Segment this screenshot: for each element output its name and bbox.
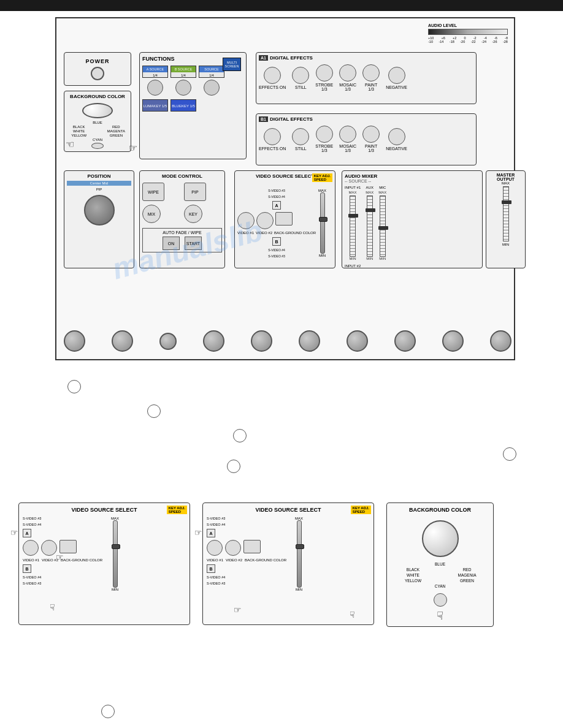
am-input1-slider[interactable] — [350, 195, 356, 257]
am-input1-col: INPUT #1 MAX MIN INPUT #2 — [345, 186, 361, 269]
mo-handle[interactable] — [502, 200, 511, 204]
mode-pip-btn[interactable]: PIP — [184, 183, 206, 201]
functions-csource-btn[interactable]: SOURCE 1/4 — [199, 66, 224, 78]
vss-ll-slider-handle[interactable] — [112, 544, 120, 549]
functions-csource-round[interactable] — [204, 80, 220, 96]
am-aux-handle[interactable] — [366, 208, 375, 212]
de-top-still-btn[interactable] — [292, 67, 309, 84]
de-bot-still-btn[interactable] — [292, 128, 309, 145]
vss-ll-bgcolor-btn[interactable] — [59, 540, 77, 553]
am-aux-col: AUX MAX MIN — [366, 186, 373, 262]
de-bot-paint-label: PAINT1/3 — [365, 144, 377, 153]
csource-top: SOURCE — [199, 66, 224, 72]
de-bot-paint-btn[interactable] — [362, 126, 380, 143]
vss-ll-slider[interactable] — [113, 520, 118, 588]
de-top-strobe-btn[interactable] — [316, 64, 333, 82]
mode-mix-btn[interactable]: MIX — [142, 205, 161, 223]
blue-key-btn[interactable]: BLUEKEY 1/5 — [170, 99, 196, 112]
vss-btns-col: VIDEO #1 VIDEO #2 BACK-GROUND COLOR — [237, 212, 316, 235]
de-bot-effects-on-btn[interactable] — [264, 128, 281, 145]
bg-color-dial[interactable] — [82, 103, 113, 118]
vss-bgcolor-btn[interactable] — [275, 212, 293, 226]
vss-lm-sv4top: S-VIDEO #4 — [207, 523, 286, 526]
vss-ll-sv4bot: S-VIDEO #4 — [23, 575, 102, 579]
vss-lm-min: MIN — [296, 588, 302, 591]
top-bar — [0, 0, 563, 11]
de-top-effects-on-btn[interactable] — [264, 67, 281, 84]
bsource-top: B SOURCE — [171, 66, 196, 72]
vss-lm-slider-handle[interactable] — [296, 544, 304, 549]
bg-panel-select-btn[interactable] — [434, 593, 447, 607]
multi-screen-button[interactable]: MULTI SCREEN — [223, 58, 241, 71]
knob-6[interactable] — [299, 330, 320, 352]
vss-lm-video2-btn[interactable] — [225, 540, 241, 556]
de-top-mosaic-label: MOSAIC1/3 — [339, 83, 356, 91]
vss-b-marker: B — [272, 237, 281, 246]
de-top-negative-btn[interactable] — [388, 67, 405, 84]
de-bot-mosaic-btn[interactable] — [339, 126, 356, 143]
vss-lm-slider-col: MAX MIN — [295, 517, 303, 591]
vss-ll-video2-btn[interactable] — [41, 540, 57, 556]
vss-slider-handle[interactable] — [319, 217, 327, 222]
auto-fade-start-btn[interactable]: START — [185, 237, 202, 250]
functions-asource-btn[interactable]: A SOURCE 1/4 — [142, 66, 168, 78]
auto-fade-on-btn[interactable]: ON — [163, 237, 180, 250]
knob-8[interactable] — [394, 330, 416, 352]
de-top-paint-btn[interactable] — [362, 64, 380, 82]
mode-key-btn[interactable]: KEY — [184, 205, 202, 223]
am-aux-min: MIN — [366, 257, 373, 260]
knob-9[interactable] — [442, 330, 464, 352]
hand-lm-1-icon: ☞ — [194, 528, 202, 537]
de-top-still-label: STILL — [295, 85, 307, 89]
bg-panel-dial[interactable] — [422, 520, 459, 557]
knob-4[interactable] — [203, 330, 224, 352]
vss-lm-bgcolor-btn[interactable] — [243, 540, 261, 553]
functions-bsource-round[interactable] — [175, 80, 191, 96]
vss-video2-btn[interactable] — [256, 212, 274, 229]
de-bot-strobe-btn[interactable] — [316, 126, 333, 143]
am-mic-handle[interactable] — [378, 226, 388, 230]
audio-level-bar — [428, 29, 508, 35]
luma-key-btn[interactable]: LUMAKEY 1/5 — [142, 99, 168, 112]
audio-source-label: -- SOURCE -- — [345, 179, 480, 183]
hand-bg-icon: ☟ — [437, 609, 443, 623]
position-joystick[interactable] — [84, 195, 115, 226]
bg-select-button[interactable] — [91, 143, 104, 149]
am-mic-col: MIC MAX MIN — [378, 186, 386, 262]
de-bot-negative-btn[interactable] — [388, 128, 405, 145]
am-aux-slider[interactable] — [367, 195, 373, 257]
vss-lm-slider[interactable] — [297, 520, 302, 588]
vss-lm-b-marker: B — [207, 564, 215, 573]
knob-2[interactable] — [112, 330, 133, 352]
power-button[interactable] — [91, 67, 104, 80]
functions-asource-round[interactable] — [147, 80, 163, 96]
vss-ll-video1-btn[interactable] — [23, 540, 39, 556]
vss-lm-video1-btn[interactable] — [207, 540, 223, 556]
position-label: POSITION — [67, 173, 131, 179]
vss-btn-row1 — [237, 212, 316, 229]
vss-video1-btn[interactable] — [237, 212, 255, 229]
am-cols: INPUT #1 MAX MIN INPUT #2 AUX MAX MIN MI… — [345, 186, 480, 269]
functions-csource-group: SOURCE 1/4 — [199, 66, 224, 96]
de-top-mosaic-btn[interactable] — [339, 64, 356, 82]
mode-wipe-btn[interactable]: WIPE — [142, 183, 164, 201]
am-input1-handle[interactable] — [348, 214, 358, 218]
hand-pointer-icon: ☜ — [66, 138, 74, 150]
vss-lower-left-panel: VIDEO SOURCE SELECT KEY ADJ. SPEED S-VID… — [18, 502, 190, 625]
knob-10[interactable] — [490, 330, 511, 352]
knob-7[interactable] — [347, 330, 368, 352]
am-aux-label: AUX — [366, 186, 373, 189]
knob-3[interactable] — [159, 333, 177, 350]
de-top-negative-label: NEGATIVE — [386, 85, 407, 89]
knob-5[interactable] — [251, 330, 272, 352]
am-mic-label: MIC — [379, 186, 386, 189]
vss-svideo3-bot-label: S-VIDEO #3 — [268, 254, 285, 258]
am-input2-label: INPUT #2 — [345, 264, 361, 268]
vss-slider[interactable] — [320, 192, 325, 254]
am-mic-slider[interactable] — [380, 195, 386, 257]
knob-1[interactable] — [64, 330, 85, 352]
functions-bsource-btn[interactable]: B SOURCE 1/4 — [170, 66, 196, 78]
de-top-paint-label: PAINT1/3 — [365, 83, 377, 91]
num-circle-4 — [503, 447, 516, 461]
mo-slider[interactable] — [503, 186, 509, 241]
